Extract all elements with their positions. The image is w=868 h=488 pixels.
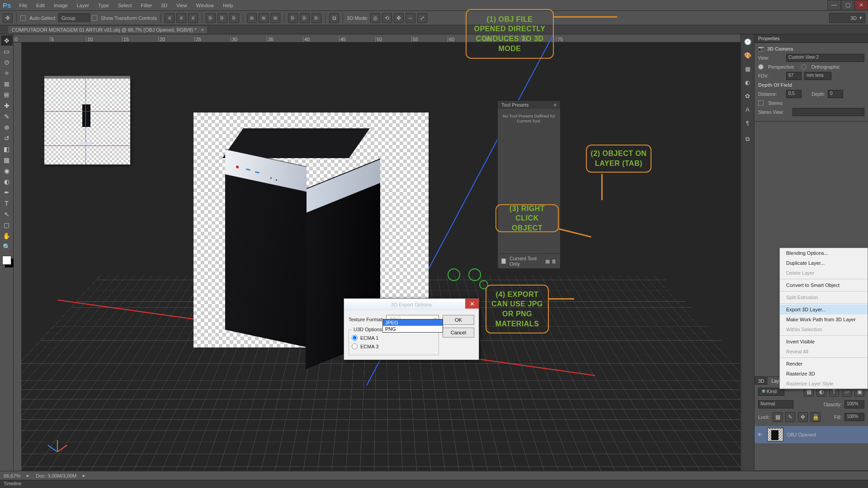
para-panel-icon[interactable]: ¶ bbox=[742, 117, 753, 128]
canvas[interactable]: 051015202530354045505560657075 bbox=[14, 34, 741, 471]
move-tool-icon[interactable]: ✥ bbox=[3, 13, 13, 23]
healing-tool-icon[interactable]: ✚ bbox=[1, 100, 13, 111]
arrange-icon[interactable]: ⧉ bbox=[329, 13, 339, 23]
panel-menu-icon[interactable]: ≡ bbox=[554, 102, 557, 108]
eraser-tool-icon[interactable]: ◧ bbox=[1, 144, 13, 154]
perspective-radio[interactable] bbox=[758, 64, 764, 70]
move-tool-icon[interactable]: ✥ bbox=[1, 35, 13, 46]
current-tool-check[interactable] bbox=[501, 258, 506, 264]
ok-button[interactable]: OK bbox=[443, 315, 474, 325]
cancel-button[interactable]: Cancel bbox=[443, 328, 474, 338]
option-jpeg[interactable]: JPEG bbox=[383, 319, 443, 326]
lock-all-icon[interactable]: 🔒 bbox=[811, 412, 821, 422]
axis-widget-icon[interactable] bbox=[52, 434, 71, 452]
orthographic-radio[interactable] bbox=[801, 64, 807, 70]
ctx-rasterize-3d[interactable]: Rasterize 3D bbox=[780, 369, 868, 379]
eyedropper-tool-icon[interactable]: 𝌆 bbox=[1, 89, 13, 100]
swatches-panel-icon[interactable]: ▦ bbox=[742, 63, 753, 74]
color-panel-icon[interactable]: 🎨 bbox=[742, 50, 753, 61]
zoom-icon[interactable]: ⤢ bbox=[417, 13, 427, 23]
gradient-tool-icon[interactable]: ▦ bbox=[1, 155, 13, 165]
ecma3-radio[interactable] bbox=[352, 343, 358, 349]
align-icon[interactable]: ≡ bbox=[176, 13, 186, 23]
stereo-view-dropdown[interactable] bbox=[793, 108, 864, 116]
align-icon[interactable]: ⊪ bbox=[206, 13, 216, 23]
type-tool-icon[interactable]: T bbox=[1, 198, 13, 208]
ctx-blending-options[interactable]: Blending Options... bbox=[780, 248, 868, 258]
distribute-icon[interactable]: ⊪ bbox=[300, 13, 310, 23]
layer-context-menu[interactable]: Blending Options...Duplicate Layer...Del… bbox=[779, 248, 868, 389]
menu-window[interactable]: Window bbox=[192, 1, 218, 10]
ctx-invert-visible[interactable]: Invert Visible bbox=[780, 337, 868, 347]
ecma1-radio[interactable] bbox=[352, 335, 358, 341]
3d-panel-icon[interactable]: ⧉ bbox=[742, 134, 753, 145]
auto-select-dropdown[interactable]: Group bbox=[58, 13, 90, 23]
stereo-check[interactable] bbox=[758, 100, 764, 106]
orbit-icon[interactable]: ◎ bbox=[370, 13, 380, 23]
blend-mode-dropdown[interactable]: Normal bbox=[758, 400, 793, 408]
align-icon[interactable]: ⊪ bbox=[217, 13, 227, 23]
lock-paint-icon[interactable]: ✎ bbox=[785, 412, 795, 422]
shape-tool-icon[interactable]: ▢ bbox=[1, 220, 13, 230]
timeline-panel[interactable]: Timeline bbox=[0, 480, 868, 488]
slide-icon[interactable]: ↔ bbox=[406, 13, 415, 23]
menu-file[interactable]: File bbox=[14, 1, 32, 10]
dialog-close-icon[interactable]: ✕ bbox=[465, 299, 479, 309]
menu-image[interactable]: Image bbox=[49, 1, 72, 10]
menu-select[interactable]: Select bbox=[113, 1, 137, 10]
history-brush-tool-icon[interactable]: ↺ bbox=[1, 133, 13, 143]
fov-unit-dropdown[interactable]: mm lens bbox=[804, 72, 831, 80]
tab-3d[interactable]: 3D bbox=[755, 377, 768, 385]
properties-panel-header[interactable]: Properties bbox=[755, 34, 868, 43]
ctx-convert-to-smart-object[interactable]: Convert to Smart Object bbox=[780, 280, 868, 290]
maximize-button[interactable]: ▢ bbox=[841, 0, 854, 10]
ctx-export-3d-layer[interactable]: Export 3D Layer... bbox=[780, 305, 868, 314]
blur-tool-icon[interactable]: ◉ bbox=[1, 165, 13, 176]
visibility-icon[interactable]: 👁 bbox=[757, 432, 764, 437]
styles-panel-icon[interactable]: ✿ bbox=[742, 90, 753, 101]
option-png[interactable]: PNG bbox=[383, 326, 443, 332]
viewport[interactable] bbox=[22, 42, 741, 471]
view-dropdown[interactable]: Custom View 2 bbox=[786, 54, 864, 62]
layer-name[interactable]: OBJ Opened bbox=[787, 432, 816, 437]
layer-thumbnail[interactable] bbox=[767, 428, 783, 441]
distance-input[interactable]: 0,5 bbox=[786, 90, 802, 98]
brush-tool-icon[interactable]: ✎ bbox=[1, 111, 13, 122]
ctx-render[interactable]: Render bbox=[780, 359, 868, 369]
chevron-icon[interactable]: ▸ bbox=[83, 473, 85, 479]
align-icon[interactable]: ≡ bbox=[165, 13, 175, 23]
history-panel-icon[interactable]: 🕑 bbox=[742, 36, 753, 47]
color-swatch[interactable] bbox=[2, 256, 11, 265]
trash-icon[interactable]: 🗑 bbox=[552, 258, 557, 264]
tool-presets-panel[interactable]: Tool Presets≡ No Tool Presets Defined fo… bbox=[497, 100, 561, 269]
dodge-tool-icon[interactable]: ◐ bbox=[1, 176, 13, 187]
menu-edit[interactable]: Edit bbox=[32, 1, 49, 10]
crop-tool-icon[interactable]: ⊠ bbox=[1, 79, 13, 89]
opacity-input[interactable]: 100% bbox=[844, 400, 864, 408]
ctx-duplicate-layer[interactable]: Duplicate Layer... bbox=[780, 258, 868, 268]
zoom-level[interactable]: 66,67% bbox=[4, 473, 20, 479]
layer-row[interactable]: 👁 OBJ Opened bbox=[755, 426, 868, 443]
wand-tool-icon[interactable]: ✧ bbox=[1, 68, 13, 78]
secondary-view[interactable] bbox=[44, 79, 130, 164]
document-tab[interactable]: COMPUTADOR MONTAGEM 01 ARTUR v01.obj @ 6… bbox=[8, 26, 208, 33]
distribute-icon[interactable]: ≋ bbox=[259, 13, 269, 23]
menu-3d[interactable]: 3D bbox=[156, 1, 172, 10]
minimize-button[interactable]: — bbox=[827, 0, 841, 10]
distribute-icon[interactable]: ⊪ bbox=[288, 13, 298, 23]
lasso-tool-icon[interactable]: ⊙ bbox=[1, 57, 13, 67]
ctx-make-work-path-from-3d-layer[interactable]: Make Work Path from 3D Layer bbox=[780, 314, 868, 324]
menu-layer[interactable]: Layer bbox=[72, 1, 94, 10]
distribute-icon[interactable]: ⊪ bbox=[311, 13, 321, 23]
auto-select-check[interactable] bbox=[20, 15, 26, 21]
hand-tool-icon[interactable]: ✋ bbox=[1, 230, 13, 241]
workspace-dropdown[interactable]: 3D▾ bbox=[829, 13, 865, 23]
show-transform-check[interactable] bbox=[92, 15, 97, 21]
texture-format-options[interactable]: JPEG PNG bbox=[382, 319, 443, 333]
pen-tool-icon[interactable]: ✒ bbox=[1, 187, 13, 197]
distribute-icon[interactable]: ≋ bbox=[270, 13, 280, 23]
distribute-icon[interactable]: ≋ bbox=[247, 13, 257, 23]
path-select-tool-icon[interactable]: ↖ bbox=[1, 209, 13, 219]
menu-view[interactable]: View bbox=[172, 1, 192, 10]
align-icon[interactable]: ⊪ bbox=[229, 13, 239, 23]
